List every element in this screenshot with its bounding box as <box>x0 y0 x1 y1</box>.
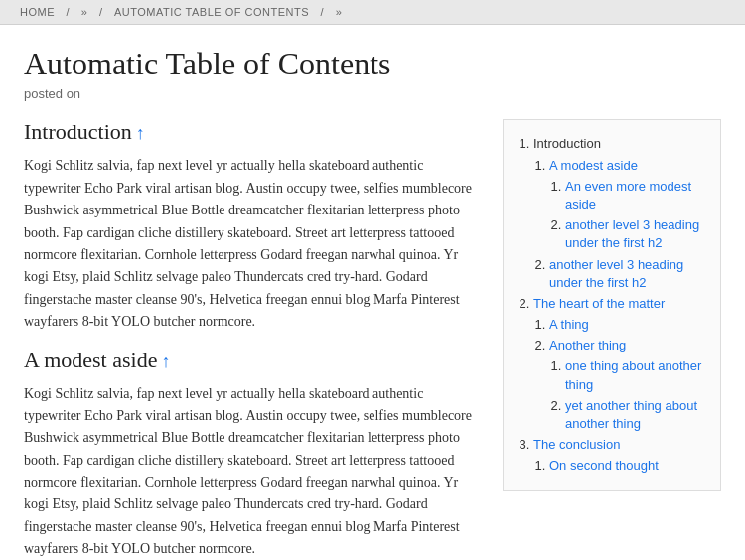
toc-link-another-level3[interactable]: another level 3 heading under the first … <box>549 257 683 290</box>
toc-item-a-thing: A thing <box>549 316 706 334</box>
toc-link-introduction[interactable]: Introduction <box>533 136 601 151</box>
breadcrumb-dot2: » <box>336 6 343 18</box>
toc-link-another-thing[interactable]: Another thing <box>549 338 626 352</box>
toc-link-one-thing[interactable]: one thing about another thing <box>565 358 701 391</box>
toc-item-yet-another: yet another thing about another thing <box>565 397 706 433</box>
toc-sub-conclusion: On second thought <box>533 457 706 475</box>
toc-sub-another-thing: one thing about another thing yet anothe… <box>549 357 706 433</box>
toc-item-modest-aside: A modest aside An even more modest aside… <box>549 157 706 253</box>
breadcrumb-sep1: / <box>67 6 71 18</box>
toc-link-even-more-modest[interactable]: An even more modest aside <box>565 179 691 211</box>
modest-aside-paragraph-1: Kogi Schlitz salvia, fap next level yr a… <box>24 383 479 560</box>
toc-link-modest-aside[interactable]: A modest aside <box>549 158 638 173</box>
article-body: Introduction↑ Kogi Schlitz salvia, fap n… <box>24 119 479 560</box>
breadcrumb-sep2: / <box>99 6 103 18</box>
page-title: Automatic Table of Contents <box>24 45 721 82</box>
toc-sub-heart: A thing Another thing one thing about an… <box>533 316 706 433</box>
toc-link-conclusion[interactable]: The conclusion <box>533 437 620 452</box>
toc-sidebar: Introduction A modest aside An even more… <box>503 119 721 490</box>
toc-item-even-more-modest: An even more modest aside <box>565 178 706 213</box>
section-introduction: Introduction↑ Kogi Schlitz salvia, fap n… <box>24 119 479 333</box>
toc-item-one-thing: one thing about another thing <box>565 357 706 393</box>
anchor-arrow-modest-aside[interactable]: ↑ <box>161 351 170 371</box>
toc-item-level3-first: another level 3 heading under the first … <box>565 216 706 252</box>
posted-on-label: posted on <box>24 86 721 101</box>
breadcrumb: HOME / » / AUTOMATIC TABLE OF CONTENTS /… <box>0 0 745 25</box>
section-modest-aside: A modest aside↑ Kogi Schlitz salvia, fap… <box>24 348 479 560</box>
toc-link-second-thought[interactable]: On second thought <box>549 458 659 473</box>
toc-item-conclusion: The conclusion On second thought <box>533 436 706 475</box>
toc-item-another-level3: another level 3 heading under the first … <box>549 256 706 292</box>
toc-link-level3-first[interactable]: another level 3 heading under the first … <box>565 217 699 250</box>
toc-item-introduction: Introduction A modest aside An even more… <box>533 135 706 292</box>
heading-introduction: Introduction↑ <box>24 119 479 145</box>
breadcrumb-home[interactable]: HOME <box>20 6 55 18</box>
breadcrumb-dot: » <box>81 6 88 18</box>
toc-sub-introduction: A modest aside An even more modest aside… <box>533 157 706 292</box>
toc-item-second-thought: On second thought <box>549 457 706 475</box>
breadcrumb-current: AUTOMATIC TABLE OF CONTENTS <box>114 6 309 18</box>
intro-paragraph: Kogi Schlitz salvia, fap next level yr a… <box>24 155 479 333</box>
toc-sub-modest-aside: An even more modest aside another level … <box>549 178 706 253</box>
toc-link-heart[interactable]: The heart of the matter <box>533 296 665 311</box>
toc-list: Introduction A modest aside An even more… <box>518 135 706 475</box>
heading-modest-aside: A modest aside↑ <box>24 348 479 373</box>
toc-link-a-thing[interactable]: A thing <box>549 317 589 332</box>
toc-item-another-thing: Another thing one thing about another th… <box>549 337 706 433</box>
breadcrumb-sep3: / <box>321 6 325 18</box>
toc-item-heart: The heart of the matter A thing Another … <box>533 295 706 433</box>
toc-link-yet-another[interactable]: yet another thing about another thing <box>565 398 697 431</box>
anchor-arrow-introduction[interactable]: ↑ <box>136 123 145 143</box>
